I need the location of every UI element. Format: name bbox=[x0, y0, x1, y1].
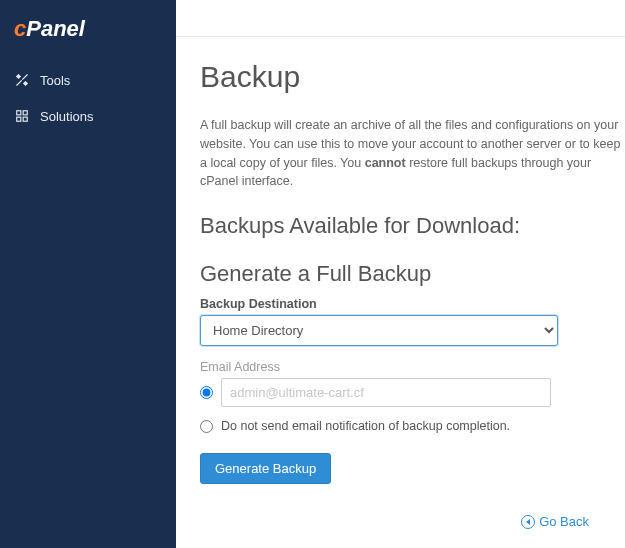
available-backups-title: Backups Available for Download: bbox=[200, 213, 625, 239]
go-back-label: Go Back bbox=[539, 514, 589, 529]
svg-rect-4 bbox=[23, 117, 27, 121]
generate-backup-button[interactable]: Generate Backup bbox=[200, 453, 331, 484]
svg-rect-3 bbox=[17, 117, 21, 121]
sidebar-item-label: Solutions bbox=[40, 109, 93, 124]
cpanel-logo: cPanel bbox=[0, 18, 176, 62]
svg-rect-1 bbox=[17, 111, 21, 115]
sidebar: cPanel Tools Solutions bbox=[0, 0, 176, 548]
email-address-label: Email Address bbox=[200, 360, 625, 374]
no-notify-radio[interactable] bbox=[200, 420, 213, 433]
email-notify-radio[interactable] bbox=[200, 386, 213, 399]
topbar-divider bbox=[176, 36, 625, 37]
svg-text:cPanel: cPanel bbox=[14, 18, 86, 40]
solutions-icon bbox=[14, 108, 30, 124]
no-notify-label: Do not send email notification of backup… bbox=[221, 419, 510, 433]
main-content: Backup A full backup will create an arch… bbox=[176, 0, 625, 548]
page-description: A full backup will create an archive of … bbox=[200, 116, 625, 191]
arrow-left-circle-icon bbox=[521, 515, 535, 529]
sidebar-item-tools[interactable]: Tools bbox=[0, 62, 176, 98]
sidebar-item-solutions[interactable]: Solutions bbox=[0, 98, 176, 134]
backup-destination-label: Backup Destination bbox=[200, 297, 625, 311]
backup-destination-select[interactable]: Home Directory bbox=[200, 315, 558, 346]
go-back-link[interactable]: Go Back bbox=[521, 514, 589, 529]
generate-backup-title: Generate a Full Backup bbox=[200, 261, 625, 287]
tools-icon bbox=[14, 72, 30, 88]
page-title: Backup bbox=[200, 60, 625, 94]
svg-rect-2 bbox=[23, 111, 27, 115]
email-address-input[interactable] bbox=[221, 378, 551, 407]
sidebar-item-label: Tools bbox=[40, 73, 70, 88]
page-description-bold: cannot bbox=[365, 156, 406, 170]
